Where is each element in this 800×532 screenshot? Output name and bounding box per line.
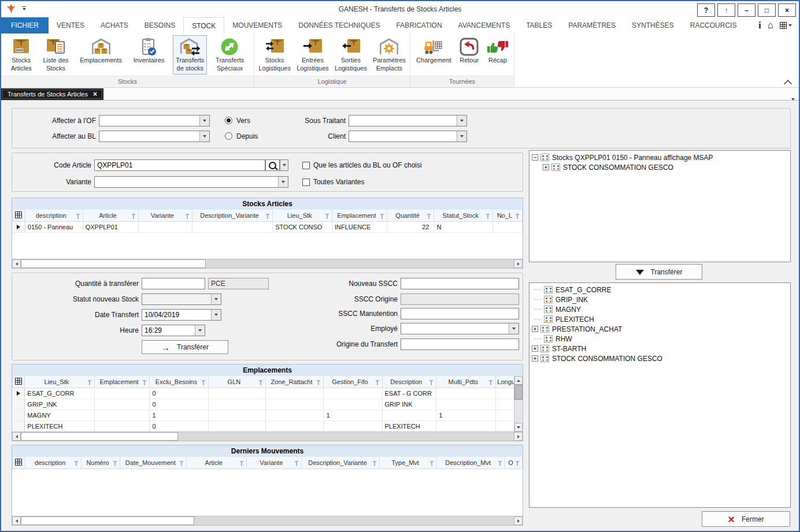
search-button[interactable] xyxy=(265,159,280,171)
column-header-description[interactable]: description xyxy=(25,210,83,221)
row-selector[interactable] xyxy=(13,388,25,399)
nouveau-sscc-input[interactable] xyxy=(401,278,519,289)
column-header-lieu-stk[interactable]: Lieu_Stk xyxy=(273,210,332,221)
menu-tab-parametres[interactable]: PARAMÈTRES xyxy=(560,17,624,34)
scroll-right-button[interactable] xyxy=(514,516,523,525)
ribbon-item-sorties-logistiques[interactable]: Sorties Logistiques xyxy=(332,35,370,75)
collapse-ribbon-button[interactable] xyxy=(785,79,791,89)
ribbon-item-stocks-articles[interactable]: Stocks Articles xyxy=(8,35,35,75)
column-header-variante[interactable]: Variante xyxy=(139,210,192,221)
filter-icon[interactable] xyxy=(258,380,263,382)
column-header-emplacement[interactable]: Emplacement xyxy=(94,376,150,388)
filter-icon[interactable] xyxy=(486,214,490,216)
combo-caret-icon[interactable] xyxy=(199,131,209,142)
code-article-input[interactable]: QXPPLP01 xyxy=(94,159,265,171)
column-header-description[interactable]: description xyxy=(25,457,81,468)
launch-button[interactable]: ↑ xyxy=(717,3,735,17)
sous-traitant-combo[interactable] xyxy=(349,115,467,127)
expand-icon[interactable] xyxy=(532,345,538,352)
employe-combo[interactable] xyxy=(401,323,519,334)
scroll-thumb[interactable] xyxy=(21,432,178,441)
combo-caret-icon[interactable] xyxy=(278,177,288,187)
scroll-right-button[interactable] xyxy=(514,259,523,268)
menu-tab-fabrication[interactable]: FABRICATION xyxy=(388,17,450,34)
column-header-article[interactable]: Article xyxy=(187,457,247,468)
row-selector[interactable] xyxy=(13,399,25,410)
tree-node-stocks-qxpplp01-0150-panneau-affichage-msap[interactable]: Stocks QXPPLP01 0150 - Panneau affichage… xyxy=(529,152,790,162)
scroll-left-button[interactable] xyxy=(12,259,21,268)
menu-tab-ventes[interactable]: VENTES xyxy=(49,17,92,34)
column-header-type-mvt[interactable]: Type_Mvt xyxy=(379,457,437,468)
affecter-of-combo[interactable] xyxy=(99,115,210,127)
document-tab[interactable]: Transferts de Stocks Articles × xyxy=(1,88,103,100)
filter-icon[interactable] xyxy=(74,461,79,463)
column-header-o[interactable]: O xyxy=(505,457,523,468)
scroll-thumb[interactable] xyxy=(21,259,206,268)
home-icon[interactable]: ⌂ xyxy=(768,20,773,31)
row-selector[interactable] xyxy=(13,421,25,431)
menu-tab-stock[interactable]: STOCK xyxy=(183,17,224,34)
combo-caret-icon[interactable] xyxy=(457,116,466,126)
transferer-button[interactable]: → Transférer xyxy=(142,340,228,354)
column-header-quantite[interactable]: Quantité xyxy=(387,210,434,221)
filter-icon[interactable] xyxy=(488,380,493,382)
quick-access-caret-icon[interactable] xyxy=(22,6,26,10)
collapse-icon[interactable] xyxy=(532,154,538,161)
menu-tab-besoins[interactable]: BESOINS xyxy=(136,17,183,34)
vers-radio[interactable] xyxy=(225,117,232,124)
filter-icon[interactable] xyxy=(316,380,321,382)
horizontal-scrollbar[interactable] xyxy=(12,431,523,441)
maximize-button[interactable]: □ xyxy=(758,3,776,17)
table-row[interactable]: 0150 - PanneauQXPPLP01STOCK CONSOINFLUEN… xyxy=(13,221,523,232)
filter-icon[interactable] xyxy=(498,461,502,463)
combo-caret-icon[interactable] xyxy=(509,323,518,334)
select-all-cell[interactable] xyxy=(13,457,25,468)
ribbon-item-parametres-emplacts[interactable]: Paramètres Emplacts xyxy=(370,35,409,75)
ribbon-item-chargement[interactable]: Chargement xyxy=(413,35,454,66)
quantite-input[interactable] xyxy=(142,278,205,289)
column-header-description-mvt[interactable]: Description_Mvt xyxy=(437,457,505,468)
filter-icon[interactable] xyxy=(515,214,520,216)
help-button[interactable]: ? xyxy=(697,3,715,17)
column-header-zone-rattacht[interactable]: Zone_Rattacht xyxy=(265,376,324,388)
filter-icon[interactable] xyxy=(185,214,190,216)
horizontal-scrollbar[interactable] xyxy=(12,516,523,525)
filter-icon[interactable] xyxy=(87,380,92,382)
ribbon-item-emplacements[interactable]: Emplacements xyxy=(77,35,125,66)
scroll-left-button[interactable] xyxy=(12,516,21,525)
filter-icon[interactable] xyxy=(515,461,520,463)
tree-node-grip-ink[interactable]: GRIP_INK xyxy=(529,295,790,304)
affecter-bl-combo[interactable] xyxy=(99,131,210,142)
combo-caret-icon[interactable] xyxy=(199,116,209,126)
menu-tab-raccourcis[interactable]: RACCOURCIS xyxy=(682,17,745,34)
filter-icon[interactable] xyxy=(142,380,147,382)
menu-tab-fichier[interactable]: FICHIER xyxy=(1,17,49,34)
column-header-statut-stock[interactable]: Statut_Stock xyxy=(434,210,493,221)
scroll-down-button[interactable] xyxy=(514,423,523,431)
table-row[interactable]: GRIP_INK0GRIP INK xyxy=(13,399,523,410)
menu-tab-donnees-techniques[interactable]: DONNÉES TECHNIQUES xyxy=(290,17,388,34)
articles-bl-of-checkbox[interactable] xyxy=(302,162,310,169)
filter-icon[interactable] xyxy=(113,461,117,463)
filter-icon[interactable] xyxy=(76,214,80,216)
filter-icon[interactable] xyxy=(239,461,244,463)
expand-icon[interactable] xyxy=(543,164,549,170)
row-selector[interactable] xyxy=(13,221,25,232)
ribbon-item-transferts-speciaux[interactable]: Transferts Spéciaux xyxy=(213,35,247,75)
close-tab-icon[interactable]: × xyxy=(93,91,97,98)
filter-icon[interactable] xyxy=(372,461,377,463)
filter-icon[interactable] xyxy=(429,380,434,382)
scroll-thumb[interactable] xyxy=(514,385,523,400)
column-header-no-l[interactable]: No_L xyxy=(493,210,523,221)
date-transfert-picker[interactable]: 10/04/2019 xyxy=(142,309,221,321)
statut-stock-combo[interactable] xyxy=(142,293,221,305)
ribbon-item-liste-des-stocks[interactable]: Liste des Stocks xyxy=(40,35,72,75)
variante-combo[interactable] xyxy=(94,176,288,188)
filter-icon[interactable] xyxy=(380,214,384,216)
close-button[interactable]: × xyxy=(778,3,796,17)
table-row[interactable]: MAGNY111 xyxy=(13,410,523,421)
tree-node-esat-g-corre[interactable]: ESAT_G_CORRE xyxy=(529,285,790,295)
depuis-radio[interactable] xyxy=(225,132,232,140)
filter-icon[interactable] xyxy=(201,380,206,382)
scroll-thumb[interactable] xyxy=(21,516,194,525)
